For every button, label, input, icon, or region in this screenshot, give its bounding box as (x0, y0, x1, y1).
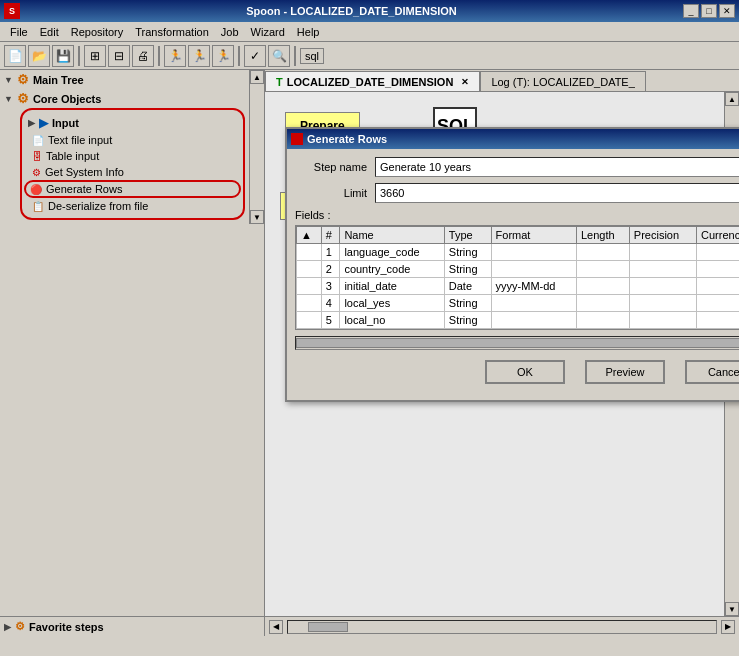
col-num[interactable]: # (321, 227, 340, 244)
tab-label-1: LOCALIZED_DATE_DIMENSION (287, 76, 454, 88)
toolbar-btn4[interactable]: ⊞ (84, 45, 106, 67)
table-input-icon: 🗄 (32, 151, 42, 162)
canvas-area[interactable]: Prepare SQL Create DIM_DATE Input (265, 92, 739, 616)
canvas-scroll-down[interactable]: ▼ (725, 602, 739, 616)
dialog-title-text: Generate Rows (307, 133, 387, 145)
scroll-up-arrow[interactable]: ▲ (250, 70, 264, 84)
fields-label: Fields : (295, 209, 739, 221)
input-folder-header[interactable]: ▶ ▶ Input (24, 114, 241, 132)
h-scroll-left[interactable]: ◀ (269, 620, 283, 634)
deserialize-icon: 📋 (32, 201, 44, 212)
favorite-steps-bar[interactable]: ▶ ⚙ Favorite steps (0, 616, 264, 636)
dialog-icon (291, 133, 303, 145)
tab-close-1[interactable]: ✕ (461, 77, 469, 87)
main-tree-icon: ⚙ (17, 72, 29, 87)
dialog-generate-rows: Generate Rows _ □ ✕ Step name (285, 127, 739, 402)
generate-rows-icon: 🔴 (30, 184, 42, 195)
h-scrollbar[interactable] (287, 620, 717, 634)
toolbar-run2[interactable]: 🏃 (188, 45, 210, 67)
menu-job[interactable]: Job (215, 24, 245, 40)
cancel-button[interactable]: Cancel (685, 360, 739, 384)
menu-bar: File Edit Repository Transformation Job … (0, 22, 739, 42)
table-h-scrollbar[interactable] (295, 336, 739, 350)
input-folder-label: Input (52, 117, 79, 129)
left-scrollbar[interactable]: ▲ ▼ (249, 70, 264, 224)
main-tree-header[interactable]: ▼ ⚙ Main Tree (0, 70, 249, 89)
toolbar-run3[interactable]: 🏃 (212, 45, 234, 67)
input-folder-container: ▶ ▶ Input 📄 Text file input 🗄 Table inpu… (20, 108, 245, 220)
table-row[interactable]: 1language_codeStringen (297, 244, 740, 261)
tab-bar: T LOCALIZED_DATE_DIMENSION ✕ Log (T): LO… (265, 70, 739, 92)
main-tree-label: Main Tree (33, 74, 84, 86)
minimize-button[interactable]: _ (683, 4, 699, 18)
tree-item-label-2: Table input (46, 150, 99, 162)
toolbar-sep1 (78, 46, 80, 66)
ok-button[interactable]: OK (485, 360, 565, 384)
window-title: Spoon - LOCALIZED_DATE_DIMENSION (20, 5, 683, 17)
col-type[interactable]: Type (444, 227, 491, 244)
col-name[interactable]: Name (340, 227, 444, 244)
sort-icon: ▲ (301, 229, 312, 241)
tree-item-text-file-input[interactable]: 📄 Text file input (24, 132, 241, 148)
tab-localized-date[interactable]: T LOCALIZED_DATE_DIMENSION ✕ (265, 71, 480, 91)
spacer (0, 224, 264, 616)
toolbar-print[interactable]: 🖨 (132, 45, 154, 67)
limit-input[interactable] (375, 183, 739, 203)
scroll-track (250, 84, 264, 210)
favorite-arrow: ▶ (4, 622, 11, 632)
table-row[interactable]: 5local_noStringno (297, 312, 740, 329)
table-row[interactable]: 4local_yesStringyes (297, 295, 740, 312)
col-length[interactable]: Length (576, 227, 629, 244)
menu-help[interactable]: Help (291, 24, 326, 40)
core-objects-header[interactable]: ▼ ⚙ Core Objects (0, 89, 249, 108)
tab-icon-1: T (276, 76, 283, 88)
core-objects-label: Core Objects (33, 93, 101, 105)
toolbar-open[interactable]: 📂 (28, 45, 50, 67)
tab-log[interactable]: Log (T): LOCALIZED_DATE_ (480, 71, 645, 91)
main-tree-arrow: ▼ (4, 75, 13, 85)
col-format[interactable]: Format (491, 227, 576, 244)
h-scroll-right[interactable]: ▶ (721, 620, 735, 634)
preview-button[interactable]: Preview (585, 360, 665, 384)
table-scroll-area[interactable]: ▲ # Name Type Format Length Precision Cu… (296, 226, 739, 329)
table-row[interactable]: 2country_codeStringuk (297, 261, 740, 278)
menu-wizard[interactable]: Wizard (245, 24, 291, 40)
tree-item-deserialize[interactable]: 📋 De-serialize from file (24, 198, 241, 214)
limit-row: Limit (295, 183, 739, 203)
col-currency[interactable]: Currency (697, 227, 739, 244)
toolbar-check[interactable]: ✓ (244, 45, 266, 67)
toolbar-sql-label: sql (300, 48, 324, 64)
favorite-steps-label: Favorite steps (29, 621, 104, 633)
scroll-down-arrow[interactable]: ▼ (250, 210, 264, 224)
tree-item-get-system-info[interactable]: ⚙ Get System Info (24, 164, 241, 180)
fields-table: ▲ # Name Type Format Length Precision Cu… (296, 226, 739, 329)
tree-item-label-4: Generate Rows (46, 183, 122, 195)
toolbar-save[interactable]: 💾 (52, 45, 74, 67)
right-panel: T LOCALIZED_DATE_DIMENSION ✕ Log (T): LO… (265, 70, 739, 636)
left-panel: ▼ ⚙ Main Tree ▼ ⚙ Core Objects ▶ ▶ Input (0, 70, 265, 636)
close-button[interactable]: ✕ (719, 4, 735, 18)
maximize-button[interactable]: □ (701, 4, 717, 18)
menu-file[interactable]: File (4, 24, 34, 40)
col-precision[interactable]: Precision (629, 227, 696, 244)
tab-label-2: Log (T): LOCALIZED_DATE_ (491, 76, 634, 88)
toolbar-run[interactable]: 🏃 (164, 45, 186, 67)
toolbar-search[interactable]: 🔍 (268, 45, 290, 67)
app-icon: S (4, 3, 20, 19)
tree-item-table-input[interactable]: 🗄 Table input (24, 148, 241, 164)
toolbar-new[interactable]: 📄 (4, 45, 26, 67)
menu-transformation[interactable]: Transformation (129, 24, 215, 40)
menu-edit[interactable]: Edit (34, 24, 65, 40)
tree-item-generate-rows[interactable]: 🔴 Generate Rows (24, 180, 241, 198)
table-row[interactable]: 3initial_dateDateyyyy-MM-dd2005-01-01 (297, 278, 740, 295)
menu-repository[interactable]: Repository (65, 24, 130, 40)
toolbar-sep2 (158, 46, 160, 66)
toolbar-sep4 (294, 46, 296, 66)
fields-table-wrapper: ▲ # Name Type Format Length Precision Cu… (295, 225, 739, 330)
core-objects-icon: ⚙ (17, 91, 29, 106)
canvas-scroll-up[interactable]: ▲ (725, 92, 739, 106)
core-objects-arrow: ▼ (4, 94, 13, 104)
step-name-input[interactable] (375, 157, 739, 177)
col-sort[interactable]: ▲ (297, 227, 322, 244)
toolbar-btn5[interactable]: ⊟ (108, 45, 130, 67)
